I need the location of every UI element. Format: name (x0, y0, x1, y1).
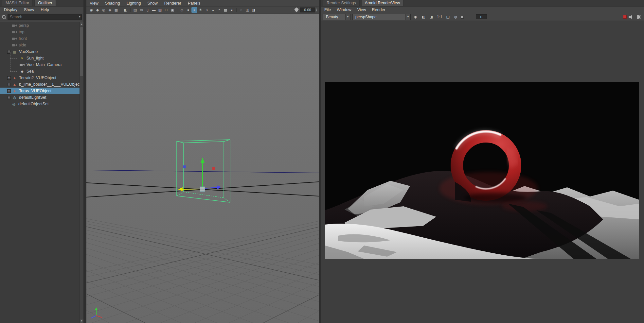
outliner-item-terrain2[interactable]: + ▲ Terrain2_VUEObject (0, 75, 80, 81)
scene-group-icon: ▦ (12, 49, 17, 54)
menu-view[interactable]: View (357, 8, 366, 12)
exposure-field[interactable] (300, 8, 315, 12)
scroll-down-icon[interactable]: ▼ (80, 319, 83, 323)
outliner-scrollbar[interactable]: ▲ ▼ (80, 22, 83, 323)
isolate-select-icon[interactable]: ◌ (238, 7, 244, 13)
gate-mask-icon[interactable]: ▬ (151, 7, 157, 13)
camera-icon (12, 44, 17, 47)
isolate-slider[interactable] (461, 15, 474, 19)
audio-icon[interactable] (629, 15, 634, 19)
tab-arnold-renderview[interactable]: Arnold RenderView (361, 0, 403, 6)
film-gate-icon[interactable]: ▭ (138, 7, 144, 13)
exposure-gear-icon[interactable] (294, 8, 299, 12)
item-label: defaultObjectSet (18, 102, 48, 106)
expand-icon[interactable]: + (7, 76, 11, 80)
item-label: Torus_VUEObject (19, 89, 51, 93)
snapshot-icon[interactable]: ◉ (413, 14, 419, 20)
search-dropdown-icon[interactable]: ▼ (79, 16, 81, 18)
viewport-scene (86, 14, 319, 323)
menu-render[interactable]: Render (372, 8, 385, 12)
plane-handle-x[interactable] (212, 167, 215, 170)
expand-icon[interactable]: + (7, 83, 11, 86)
viewport-canvas[interactable] (86, 14, 319, 323)
settings-gear-icon[interactable] (636, 15, 641, 19)
pan-zoom-2d-icon[interactable]: ◧ (123, 7, 129, 13)
exposure-spinner[interactable]: ▴ ▾ (316, 8, 317, 12)
render-image[interactable] (325, 82, 639, 259)
progress-field[interactable] (476, 14, 487, 19)
menu-window[interactable]: Window (337, 8, 351, 12)
menu-view[interactable]: View (90, 1, 98, 6)
wireframe-mode-icon[interactable]: ◇ (179, 7, 185, 13)
rendered-scene (325, 82, 639, 259)
shadows-mode-icon[interactable]: ◑ (204, 7, 210, 13)
menu-help[interactable]: Help (41, 8, 49, 12)
compare-ab-icon[interactable]: ◨ (428, 14, 434, 20)
outliner-item-default-light-set[interactable]: + ◎ defaultLightSet (0, 94, 80, 101)
safe-action-icon[interactable]: □ (163, 7, 169, 13)
expand-icon[interactable]: + (7, 89, 11, 93)
menu-show[interactable]: Show (24, 8, 34, 12)
select-camera-icon[interactable]: ◉ (88, 7, 94, 13)
store-image-icon[interactable]: ◧ (420, 14, 426, 20)
menu-renderer[interactable]: Renderer (164, 1, 181, 6)
depth-of-field-icon[interactable]: ◕ (229, 7, 235, 13)
item-label: Sun_light (27, 56, 44, 60)
outliner-item-torus[interactable]: + ▲ Torus_VUEObject (0, 88, 80, 94)
outliner-item-persp[interactable]: persp (0, 22, 80, 29)
menu-file[interactable]: File (324, 8, 331, 12)
light-icon: ☀ (20, 56, 25, 61)
ssao-icon[interactable]: ◒ (210, 7, 216, 13)
menu-lighting[interactable]: Lighting (127, 1, 141, 6)
outliner-item-default-object-set[interactable]: ◎ defaultObjectSet (0, 101, 80, 107)
aov-select[interactable]: Beauty ▼ (323, 14, 350, 20)
lock-camera-icon[interactable]: ◆ (95, 7, 100, 13)
camera-attributes-icon[interactable]: ◎ (101, 7, 107, 13)
menu-panels[interactable]: Panels (188, 1, 200, 6)
outliner-item-vuescene[interactable]: − ▦ VueScene (0, 48, 80, 55)
camera-icon (12, 31, 17, 34)
center-handle[interactable] (200, 187, 205, 192)
tab-outliner[interactable]: Outliner (34, 0, 56, 6)
tree-connector (10, 58, 17, 59)
spinner-down-icon[interactable]: ▾ (316, 10, 317, 12)
renderview-canvas (321, 21, 644, 323)
set-icon: ◎ (11, 102, 16, 107)
motion-blur-icon[interactable]: ◓ (216, 7, 222, 13)
grid-toggle-icon[interactable]: ▤ (132, 7, 138, 13)
menu-shading[interactable]: Shading (105, 1, 120, 6)
item-label: persp (19, 23, 29, 28)
xray-joints-icon[interactable]: ◨ (251, 7, 257, 13)
textured-mode-icon[interactable]: ◐ (191, 7, 197, 13)
safe-title-icon[interactable]: ▣ (170, 7, 175, 13)
tab-render-settings[interactable]: Render Settings (323, 0, 360, 6)
menu-show[interactable]: Show (148, 1, 158, 6)
zoom-level[interactable]: 1:1 (436, 15, 443, 19)
slider-thumb[interactable] (461, 16, 464, 19)
bookmarks-icon[interactable]: ◈ (107, 7, 113, 13)
field-chart-icon[interactable]: ▥ (157, 7, 163, 13)
expand-icon[interactable]: + (7, 96, 11, 99)
outliner-item-b-lime-boulder[interactable]: + ▲ b_lime_boulder__1___VUEObject (0, 81, 80, 88)
search-filter-icon[interactable] (2, 15, 6, 19)
outliner-item-front[interactable]: front (0, 35, 80, 42)
menu-display[interactable]: Display (4, 8, 17, 12)
xray-icon[interactable]: ◫ (244, 7, 250, 13)
outliner-search-input[interactable] (8, 14, 82, 20)
multisample-icon[interactable]: ▩ (223, 7, 228, 13)
item-label: b_lime_boulder__1___VUEObject (19, 82, 80, 87)
camera-select[interactable]: perspShape ▼ (352, 14, 411, 20)
tab-mash-editor[interactable]: MASH Editor (2, 0, 33, 6)
lights-mode-icon[interactable]: ☀ (198, 7, 204, 13)
outliner-item-side[interactable]: side (0, 42, 80, 48)
fit-view-icon[interactable]: ◳ (445, 14, 451, 20)
shaded-mode-icon[interactable]: ● (185, 7, 191, 13)
scrollbar-thumb[interactable] (80, 27, 83, 76)
outliner-item-top[interactable]: top (0, 29, 80, 35)
render-status-icon[interactable] (623, 15, 627, 19)
plane-handle-z[interactable] (183, 165, 186, 168)
scroll-up-icon[interactable]: ▲ (80, 22, 83, 26)
debug-shading-icon[interactable]: ◍ (453, 14, 459, 20)
resolution-gate-icon[interactable]: ▯ (145, 7, 151, 13)
image-plane-icon[interactable]: ▦ (113, 7, 119, 13)
